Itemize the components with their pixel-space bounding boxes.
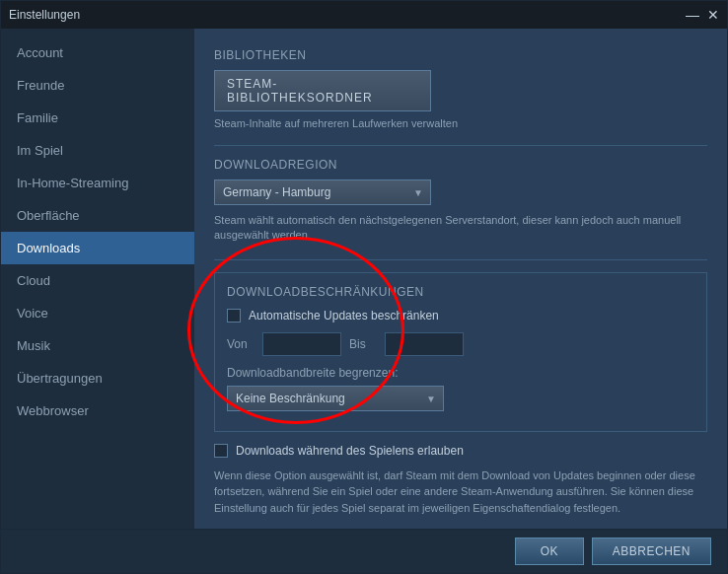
sidebar-item-oberflache[interactable]: Oberfläche: [1, 199, 194, 232]
close-button[interactable]: ✕: [707, 8, 719, 22]
window-title: Einstellungen: [9, 8, 80, 22]
sidebar-item-in-home-streaming[interactable]: In-Home-Streaming: [1, 167, 194, 199]
ok-button[interactable]: OK: [515, 538, 584, 565]
bandwidth-select-wrapper: Keine Beschränkung ▼: [227, 386, 444, 411]
sidebar-item-cloud[interactable]: Cloud: [1, 264, 194, 297]
restrictions-title: Downloadbeschränkungen: [227, 285, 694, 299]
sidebar-item-downloads[interactable]: Downloads: [1, 232, 194, 264]
sidebar-item-voice[interactable]: Voice: [1, 297, 194, 329]
sidebar-item-ubertragungen[interactable]: Übertragungen: [1, 362, 194, 395]
region-hint: Steam wählt automatisch den nächstgelege…: [214, 213, 707, 244]
bis-input[interactable]: [385, 332, 464, 356]
bandwidth-label: Downloadbandbreite begrenzen:: [227, 366, 694, 380]
settings-window: Einstellungen — ✕ AccountFreundeFamilieI…: [0, 0, 728, 574]
auto-updates-checkbox[interactable]: [227, 309, 241, 323]
sidebar-item-webbrowser[interactable]: Webbrowser: [1, 395, 194, 427]
cancel-button[interactable]: ABBRECHEN: [592, 538, 711, 565]
sidebar-item-im-spiel[interactable]: Im Spiel: [1, 134, 194, 167]
library-hint: Steam-Inhalte auf mehreren Laufwerken ve…: [214, 117, 707, 129]
auto-updates-label: Automatische Updates beschränken: [249, 309, 439, 323]
bibliotheken-label: Bibliotheken: [214, 48, 707, 62]
sidebar-item-account[interactable]: Account: [1, 36, 194, 69]
minimize-button[interactable]: —: [686, 8, 699, 22]
window-controls: — ✕: [686, 8, 719, 22]
main-content: AccountFreundeFamilieIm SpielIn-Home-Str…: [1, 29, 727, 529]
allow-downloads-row: Downloads während des Spielens erlauben: [214, 444, 707, 458]
allow-downloads-hint: Wenn diese Option ausgewählt ist, darf S…: [214, 467, 707, 517]
library-button[interactable]: STEAM-BIBLIOTHEKSORDNER: [214, 70, 431, 111]
sidebar-item-freunde[interactable]: Freunde: [1, 69, 194, 102]
auto-updates-row: Automatische Updates beschränken: [227, 309, 694, 323]
bis-label: Bis: [349, 337, 377, 351]
downloadregion-label: Downloadregion: [214, 158, 707, 172]
divider-2: [214, 259, 707, 260]
sidebar-item-musik[interactable]: Musik: [1, 329, 194, 362]
region-select[interactable]: Germany - Hamburg: [214, 179, 431, 205]
bandwidth-select[interactable]: Keine Beschränkung: [227, 386, 444, 411]
sidebar: AccountFreundeFamilieIm SpielIn-Home-Str…: [1, 29, 194, 529]
time-row: Von Bis: [227, 332, 694, 356]
allow-downloads-label: Downloads während des Spielens erlauben: [236, 444, 464, 458]
footer: OK ABBRECHEN: [1, 529, 727, 573]
allow-downloads-section: Downloads während des Spielens erlauben …: [214, 444, 707, 517]
titlebar: Einstellungen — ✕: [1, 1, 727, 29]
von-input[interactable]: [262, 332, 341, 356]
von-label: Von: [227, 337, 255, 351]
region-select-wrapper: Germany - Hamburg ▼: [214, 179, 431, 205]
sidebar-item-familie[interactable]: Familie: [1, 102, 194, 134]
divider-1: [214, 145, 707, 146]
right-panel: Bibliotheken STEAM-BIBLIOTHEKSORDNER Ste…: [194, 29, 727, 529]
restrictions-box: Downloadbeschränkungen Automatische Upda…: [214, 272, 707, 432]
allow-downloads-checkbox[interactable]: [214, 444, 228, 458]
